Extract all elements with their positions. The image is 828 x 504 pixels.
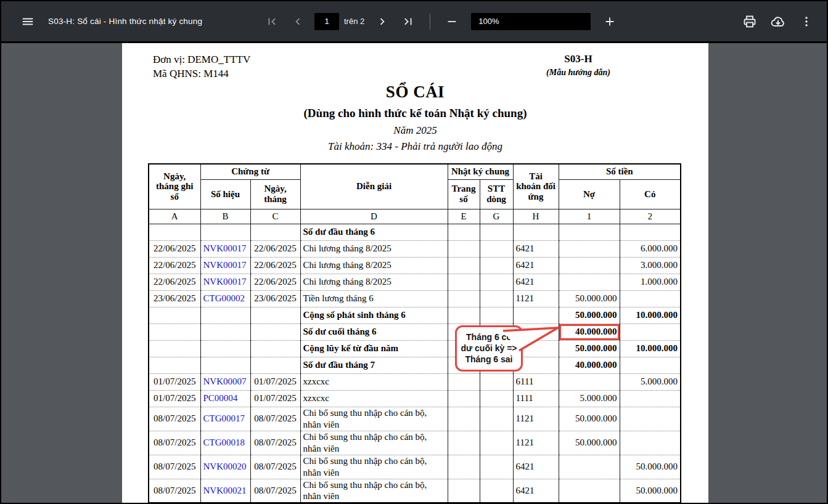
col-header-doc-group: Chứng từ xyxy=(200,164,300,179)
cell-doc-number[interactable]: CTG00017 xyxy=(200,407,250,431)
cell-doc-number[interactable]: NVK00020 xyxy=(200,455,250,479)
cell-doc-date: 08/07/2025 xyxy=(250,455,300,479)
table-row: Số dư đầu tháng 6 xyxy=(149,224,681,240)
cell-date xyxy=(149,224,200,240)
cell-debit: 50.000.000 xyxy=(559,407,620,431)
cell-description: Số dư đầu tháng 6 xyxy=(300,224,448,240)
cell-account xyxy=(513,224,559,240)
cell-doc-number[interactable]: NVK00017 xyxy=(200,257,250,274)
cell-debit xyxy=(559,373,620,390)
cell-journal-page xyxy=(448,224,480,240)
zoom-out-button[interactable] xyxy=(440,10,464,33)
cell-doc-number[interactable]: NVK00021 xyxy=(200,479,250,503)
cell-date: 01/07/2025 xyxy=(149,390,200,407)
column-letter-cell: D xyxy=(300,209,448,224)
cell-doc-number[interactable]: CTG00018 xyxy=(200,431,250,455)
cell-doc-date xyxy=(250,224,300,240)
table-row: 01/07/2025PC0000401/07/2025xzxcxc11115.0… xyxy=(149,390,681,407)
col-header-doc-date: Ngày, tháng xyxy=(250,179,300,209)
last-page-button[interactable] xyxy=(396,10,420,33)
cell-journal-line xyxy=(480,257,513,274)
column-letter-cell: G xyxy=(480,209,513,224)
cell-doc-date: 22/06/2025 xyxy=(250,240,300,257)
cell-doc-number xyxy=(200,224,250,240)
cell-doc-number xyxy=(200,340,250,357)
cell-journal-page xyxy=(448,274,480,290)
col-header-description: Diễn giải xyxy=(300,164,448,209)
report-account: Tài khoản: 334 - Phải trả người lao động xyxy=(122,140,708,153)
cell-description: Số dư đầu tháng 7 xyxy=(300,357,448,373)
page-number-input[interactable] xyxy=(314,13,339,30)
col-header-date: Ngày, tháng ghi sổ xyxy=(149,164,200,209)
cell-description: Tiền lương tháng 6 xyxy=(300,290,448,307)
report-title: SỔ CÁI xyxy=(122,83,708,102)
cell-doc-number[interactable]: NVK00017 xyxy=(200,274,250,290)
cell-date xyxy=(149,323,200,340)
table-row: Số dư cuối tháng 640.000.000 xyxy=(149,323,681,340)
cell-debit xyxy=(559,240,620,257)
form-code: S03-H xyxy=(523,53,634,65)
cell-debit xyxy=(559,224,620,240)
callout-line: Tháng 6 có xyxy=(457,331,521,343)
cell-date xyxy=(149,340,200,357)
cell-doc-date: 01/07/2025 xyxy=(250,390,300,407)
cell-debit xyxy=(559,455,620,479)
zoom-in-button[interactable] xyxy=(598,10,621,33)
chevron-right-icon xyxy=(375,15,389,28)
cell-description: Cộng số phát sinh tháng 6 xyxy=(300,307,448,323)
cell-account: 1121 xyxy=(513,290,559,307)
next-page-button[interactable] xyxy=(371,10,394,33)
first-page-button[interactable] xyxy=(260,10,284,33)
callout-line: Tháng 6 sai xyxy=(457,354,521,365)
cell-journal-page xyxy=(448,407,480,431)
cell-journal-line xyxy=(480,224,513,240)
cell-doc-date: 01/07/2025 xyxy=(250,373,300,390)
pdf-viewer-canvas[interactable]: Đơn vị: DEMO_TTTV Mã QHNS: M144 S03-H (M… xyxy=(1,43,827,503)
cell-credit: 50.000.000 xyxy=(620,455,681,479)
cell-doc-number[interactable]: NVK00007 xyxy=(200,373,250,390)
cell-account: 6421 xyxy=(513,257,559,274)
cell-doc-number[interactable]: NVK00017 xyxy=(200,240,250,257)
cell-doc-date: 22/06/2025 xyxy=(250,274,300,290)
cell-credit xyxy=(620,357,681,373)
previous-page-button[interactable] xyxy=(286,10,309,33)
cell-doc-number xyxy=(200,307,250,323)
cell-doc-number[interactable]: PC00004 xyxy=(200,390,250,407)
cell-description: Chi lương tháng 8/2025 xyxy=(300,274,448,290)
cloud-download-icon xyxy=(770,14,786,30)
table-row: 08/07/2025NVK0002108/07/2025Chi bổ sung … xyxy=(149,479,681,503)
cell-doc-date xyxy=(250,357,300,373)
cell-account: 6421 xyxy=(513,455,559,479)
cell-debit xyxy=(559,479,620,503)
cell-description: Số dư cuối tháng 6 xyxy=(300,323,448,340)
report-title-block: SỔ CÁI (Dùng cho hình thức kế toán Nhật … xyxy=(122,83,708,153)
document-page: Đơn vị: DEMO_TTTV Mã QHNS: M144 S03-H (M… xyxy=(122,43,708,503)
more-options-button[interactable] xyxy=(795,10,818,33)
cell-account xyxy=(513,307,559,323)
cell-date: 08/07/2025 xyxy=(149,455,200,479)
download-button[interactable] xyxy=(766,10,790,33)
menu-button[interactable] xyxy=(16,10,39,33)
cell-credit: 3.000.000 xyxy=(620,257,681,274)
col-header-credit: Có xyxy=(620,179,681,209)
cell-journal-line xyxy=(480,479,513,503)
print-button[interactable] xyxy=(738,10,761,33)
cell-description: Cộng lũy kế từ đầu năm xyxy=(300,340,448,357)
table-row: Số dư đầu tháng 740.000.000 xyxy=(149,357,681,373)
cell-date: 22/06/2025 xyxy=(149,240,200,257)
col-header-journal-group: Nhật ký chung xyxy=(448,164,513,179)
cell-account: 1121 xyxy=(513,431,559,455)
zoom-level-input[interactable] xyxy=(471,13,591,30)
cell-credit xyxy=(620,290,681,307)
cell-description: Chi bổ sung thu nhập cho cán bộ, nhân vi… xyxy=(300,455,448,479)
plus-icon xyxy=(603,15,617,28)
table-row: 08/07/2025CTG0001808/07/2025Chi bổ sung … xyxy=(149,431,681,455)
column-letter-cell: H xyxy=(513,209,559,224)
cell-account: 1121 xyxy=(513,407,559,431)
cell-credit: 1.000.000 xyxy=(620,274,681,290)
table-row: 22/06/2025NVK0001722/06/2025Chi lương th… xyxy=(149,240,681,257)
cell-credit: 10.000.000 xyxy=(620,340,681,357)
cell-doc-number[interactable]: CTG00002 xyxy=(200,290,250,307)
column-letter-cell: 2 xyxy=(620,209,681,224)
printer-icon xyxy=(742,14,757,29)
